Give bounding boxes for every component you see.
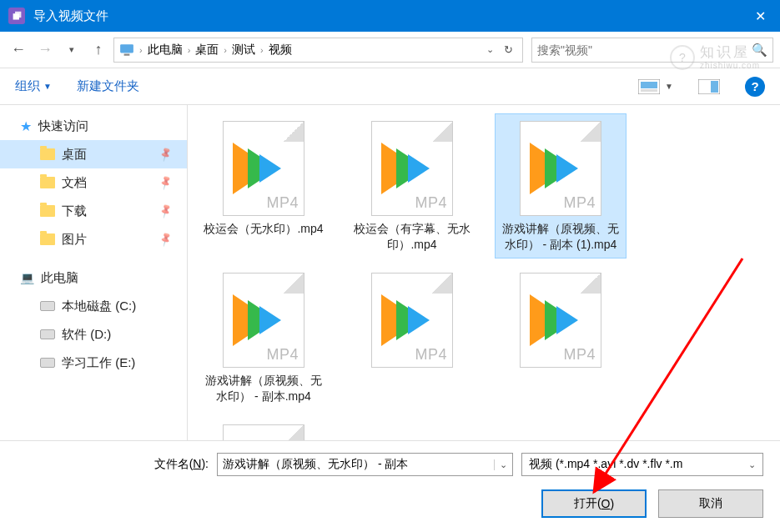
video-play-icon — [238, 294, 289, 346]
thumbnail-view-icon — [638, 79, 660, 94]
navbar: ← → ▾ ↑ › 此电脑› 桌面› 测试› 视频 ⌄ ↻ 🔍 — [0, 32, 780, 68]
filename-label: 文件名(N): — [17, 457, 209, 472]
svg-rect-1 — [15, 11, 21, 17]
filename-input[interactable] — [218, 458, 494, 471]
file-thumbnail: MP4 — [202, 423, 325, 440]
disk-icon — [40, 329, 55, 339]
preview-pane-button[interactable] — [698, 79, 720, 94]
crumb-2[interactable]: 测试 — [229, 43, 259, 58]
sidebar-pictures[interactable]: 图片 — [0, 225, 187, 253]
view-button[interactable]: ▼ — [638, 79, 673, 94]
titlebar: 导入视频文件 ✕ — [0, 0, 780, 32]
svg-rect-2 — [120, 44, 133, 53]
bottom-panel: 文件名(N): ⌄ 视频 (*.mp4 *.avi *.dv *.flv *.m… — [0, 440, 780, 532]
disk-icon — [40, 301, 55, 311]
svg-rect-3 — [124, 53, 130, 55]
file-item[interactable]: MP4 — [495, 265, 627, 410]
filetype-label: 视频 (*.mp4 *.avi *.dv *.flv *.m — [529, 457, 682, 472]
crumb-3[interactable]: 视频 — [265, 43, 295, 58]
cancel-button[interactable]: 取消 — [658, 489, 763, 518]
filetype-dropdown-icon: ⌄ — [748, 459, 756, 470]
sidebar-downloads[interactable]: 下载 — [0, 197, 187, 225]
up-button[interactable]: ↑ — [87, 38, 110, 62]
sidebar-drive-d[interactable]: 软件 (D:) — [0, 320, 187, 349]
filetype-combo[interactable]: 视频 (*.mp4 *.avi *.dv *.flv *.m ⌄ — [521, 453, 763, 476]
video-play-icon — [386, 294, 438, 346]
file-thumbnail: MP4 — [202, 119, 325, 218]
forward-button[interactable]: → — [33, 38, 57, 62]
folder-icon — [40, 148, 55, 160]
filename-combo[interactable]: ⌄ — [217, 453, 513, 476]
sidebar-this-pc[interactable]: 💻此电脑 — [0, 263, 187, 292]
disk-icon — [40, 358, 55, 368]
file-item[interactable]: MP4 校运会（有字幕、无水印）.mp4 — [346, 113, 478, 258]
file-item[interactable]: MP4 游戏讲解（原视频、无水印） - 副本.mp4 — [198, 265, 330, 410]
video-play-icon — [386, 143, 438, 194]
file-ext-label: MP4 — [563, 346, 596, 364]
sidebar-documents[interactable]: 文档 — [0, 168, 187, 197]
refresh-button[interactable]: ↻ — [499, 43, 517, 56]
close-button[interactable]: ✕ — [740, 0, 780, 32]
breadcrumb-dropdown[interactable]: ⌄ — [481, 44, 499, 55]
file-thumbnail: MP4 — [202, 271, 325, 369]
sidebar-desktop[interactable]: 桌面 — [0, 140, 187, 168]
new-folder-button[interactable]: 新建文件夹 — [77, 78, 139, 94]
help-button[interactable]: ? — [745, 77, 765, 97]
file-ext-label: MP4 — [415, 346, 447, 364]
file-item[interactable]: MP4 游戏讲解（原视频、无水印） - 副本 (1).mp4 — [495, 113, 627, 258]
file-ext-label: MP4 — [266, 194, 299, 212]
star-icon: ★ — [20, 118, 32, 134]
organize-button[interactable]: 组织▼ — [15, 78, 52, 94]
pc-icon: 💻 — [20, 271, 34, 284]
folder-icon — [40, 233, 55, 245]
file-name-label: 游戏讲解（原视频、无水印） - 副本 (1).mp4 — [499, 221, 622, 253]
filename-dropdown[interactable]: ⌄ — [494, 459, 512, 470]
file-name-label: 游戏讲解（原视频、无水印） - 副本.mp4 — [202, 373, 325, 404]
window-title: 导入视频文件 — [33, 8, 740, 24]
file-name-label: 校运会（有字幕、无水印）.mp4 — [350, 221, 474, 253]
sidebar: ★快速访问 桌面 文档 下载 图片 💻此电脑 本地磁盘 (C:) 软件 (D:)… — [0, 105, 188, 440]
folder-icon — [40, 177, 55, 188]
video-play-icon — [238, 143, 289, 194]
search-input[interactable] — [537, 43, 752, 57]
svg-rect-8 — [711, 81, 718, 93]
search-icon[interactable]: 🔍 — [752, 43, 767, 58]
video-play-icon — [535, 143, 586, 194]
file-name-label: 校运会（无水印）.mp4 — [202, 221, 325, 237]
crumb-0[interactable]: 此电脑 — [144, 43, 186, 58]
preview-pane-icon — [698, 79, 720, 94]
file-thumbnail: MP4 — [350, 271, 474, 369]
file-thumbnail: MP4 — [499, 271, 622, 369]
search-box[interactable]: 🔍 — [531, 38, 773, 63]
file-item[interactable]: MP4 校运会（无水印）.mp4 — [198, 113, 330, 258]
file-thumbnail: MP4 — [499, 119, 622, 218]
folder-icon — [40, 205, 55, 217]
pc-icon — [119, 43, 134, 58]
sidebar-quick-access[interactable]: ★快速访问 — [0, 112, 187, 140]
svg-rect-5 — [641, 82, 657, 88]
file-ext-label: MP4 — [266, 346, 299, 364]
breadcrumb[interactable]: › 此电脑› 桌面› 测试› 视频 ⌄ ↻ — [113, 38, 523, 63]
sidebar-drive-e[interactable]: 学习工作 (E:) — [0, 349, 187, 377]
toolbar: 组织▼ 新建文件夹 ▼ ? — [0, 68, 780, 105]
open-button[interactable]: 打开(O) — [541, 489, 647, 518]
sidebar-drive-c[interactable]: 本地磁盘 (C:) — [0, 292, 187, 320]
file-item[interactable]: MP4 — [346, 265, 478, 410]
file-ext-label: MP4 — [563, 194, 596, 212]
recent-dropdown[interactable]: ▾ — [60, 38, 83, 62]
file-ext-label: MP4 — [415, 194, 447, 212]
file-thumbnail: MP4 — [350, 119, 474, 218]
back-button[interactable]: ← — [7, 38, 30, 62]
file-item[interactable]: MP4 — [198, 417, 330, 440]
video-play-icon — [535, 294, 586, 346]
svg-rect-6 — [641, 89, 657, 92]
file-pane[interactable]: MP4 校运会（无水印）.mp4 MP4 校运会（有字幕、无水印）.mp4 MP… — [188, 105, 780, 440]
app-icon — [8, 8, 25, 24]
crumb-1[interactable]: 桌面 — [192, 43, 222, 58]
